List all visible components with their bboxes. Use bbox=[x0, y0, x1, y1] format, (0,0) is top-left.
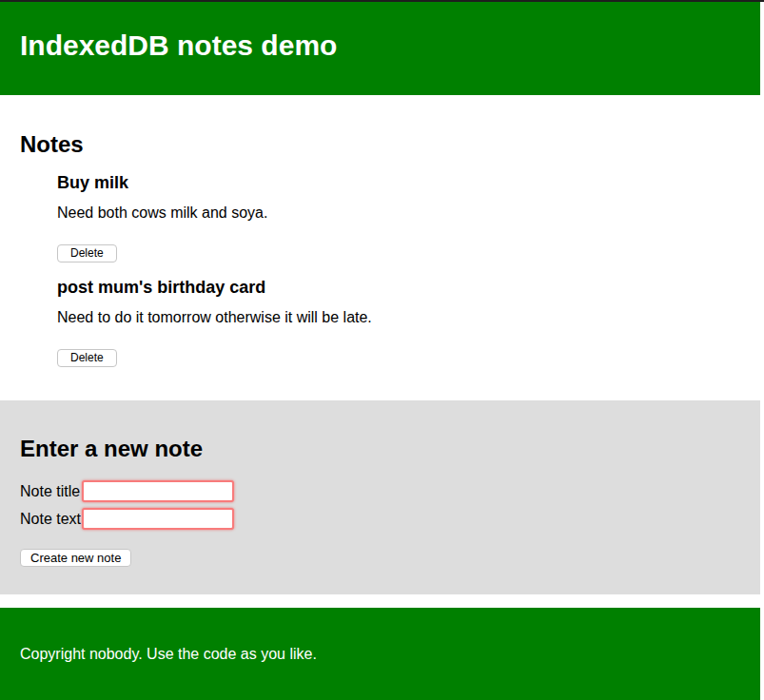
note-item: post mum's birthday card Need to do it t… bbox=[57, 278, 760, 367]
notes-list: Buy milk Need both cows milk and soya. D… bbox=[20, 173, 760, 367]
note-item: Buy milk Need both cows milk and soya. D… bbox=[57, 173, 760, 262]
create-new-note-button[interactable]: Create new note bbox=[20, 549, 131, 567]
note-delete-button[interactable]: Delete bbox=[57, 349, 117, 367]
note-body: Need both cows milk and soya. bbox=[57, 204, 760, 222]
app-header: IndexedDB notes demo bbox=[0, 2, 760, 95]
new-note-section: Enter a new note Note title Note text Cr… bbox=[0, 400, 760, 595]
note-delete-button[interactable]: Delete bbox=[57, 244, 117, 262]
note-text-input[interactable] bbox=[82, 508, 234, 530]
app-footer: Copyright nobody. Use the code as you li… bbox=[0, 608, 760, 700]
note-title-label: Note title bbox=[20, 483, 82, 500]
note-title: Buy milk bbox=[57, 173, 760, 193]
notes-section: Notes Buy milk Need both cows milk and s… bbox=[0, 95, 760, 400]
note-text-row: Note text bbox=[20, 508, 760, 530]
note-title-input[interactable] bbox=[82, 480, 234, 502]
note-body: Need to do it tomorrow otherwise it will… bbox=[57, 309, 760, 326]
notes-heading: Notes bbox=[20, 131, 760, 158]
note-title-row: Note title bbox=[20, 480, 760, 502]
note-text-label: Note text bbox=[20, 511, 82, 528]
note-title: post mum's birthday card bbox=[57, 278, 760, 298]
new-note-heading: Enter a new note bbox=[20, 436, 760, 462]
page: IndexedDB notes demo Notes Buy milk Need… bbox=[0, 2, 760, 700]
footer-copyright-text: Copyright nobody. Use the code as you li… bbox=[20, 646, 760, 663]
page-title: IndexedDB notes demo bbox=[0, 2, 760, 63]
